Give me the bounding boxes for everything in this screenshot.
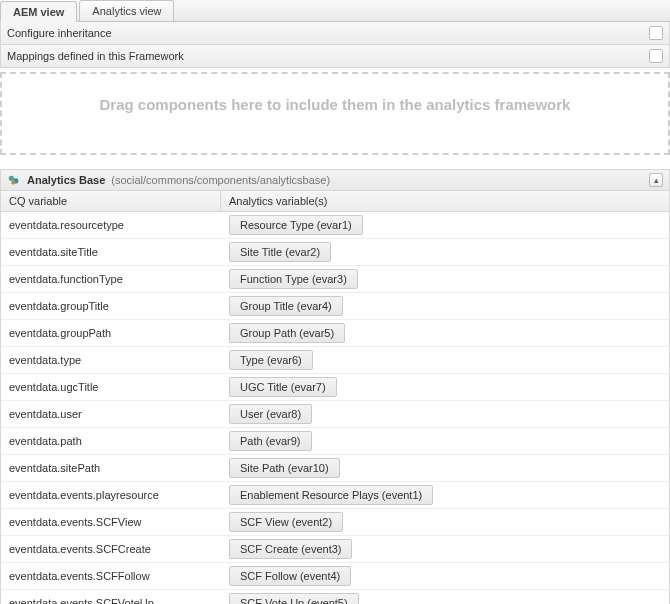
- analytics-variable-cell: Group Path (evar5): [221, 320, 669, 346]
- analytics-variable-chip[interactable]: UGC Title (evar7): [229, 377, 337, 397]
- analytics-variable-chip[interactable]: Resource Type (evar1): [229, 215, 363, 235]
- analytics-variable-cell: SCF View (event2): [221, 509, 669, 535]
- analytics-variable-chip[interactable]: SCF Follow (event4): [229, 566, 351, 586]
- table-row[interactable]: eventdata.events.SCFCreateSCF Create (ev…: [1, 536, 669, 563]
- cq-variable-cell: eventdata.user: [1, 405, 221, 423]
- analytics-variable-chip[interactable]: Function Type (evar3): [229, 269, 358, 289]
- table-row[interactable]: eventdata.sitePathSite Path (evar10): [1, 455, 669, 482]
- cq-variable-cell: eventdata.groupPath: [1, 324, 221, 342]
- cq-variable-cell: eventdata.path: [1, 432, 221, 450]
- dropzone-text: Drag components here to include them in …: [100, 96, 571, 113]
- analytics-variable-cell: UGC Title (evar7): [221, 374, 669, 400]
- cq-variable-cell: eventdata.siteTitle: [1, 243, 221, 261]
- cq-variable-cell: eventdata.ugcTitle: [1, 378, 221, 396]
- table-row[interactable]: eventdata.ugcTitleUGC Title (evar7): [1, 374, 669, 401]
- analytics-variable-cell: SCF Follow (event4): [221, 563, 669, 589]
- analytics-variable-chip[interactable]: User (evar8): [229, 404, 312, 424]
- table-row[interactable]: eventdata.events.SCFViewSCF View (event2…: [1, 509, 669, 536]
- table-row[interactable]: eventdata.events.SCFFollowSCF Follow (ev…: [1, 563, 669, 590]
- analytics-variable-cell: SCF Vote Up (event5): [221, 590, 669, 604]
- table-row[interactable]: eventdata.events.playresourceEnablement …: [1, 482, 669, 509]
- analytics-variable-chip[interactable]: Path (evar9): [229, 431, 312, 451]
- table-row[interactable]: eventdata.typeType (evar6): [1, 347, 669, 374]
- table-row[interactable]: eventdata.groupPathGroup Path (evar5): [1, 320, 669, 347]
- svg-point-0: [9, 176, 14, 181]
- component-dropzone[interactable]: Drag components here to include them in …: [0, 72, 670, 155]
- table-row[interactable]: eventdata.pathPath (evar9): [1, 428, 669, 455]
- component-icon: [7, 173, 21, 187]
- configure-inheritance-checkbox[interactable]: [649, 26, 663, 40]
- analytics-variable-cell: Enablement Resource Plays (event1): [221, 482, 669, 508]
- cq-variable-cell: eventdata.events.playresource: [1, 486, 221, 504]
- analytics-variable-chip[interactable]: SCF Create (event3): [229, 539, 352, 559]
- configure-inheritance-panel[interactable]: Configure inheritance: [0, 22, 670, 45]
- cq-variable-cell: eventdata.events.SCFCreate: [1, 540, 221, 558]
- analytics-variable-chip[interactable]: Site Title (evar2): [229, 242, 331, 262]
- mappings-panel[interactable]: Mappings defined in this Framework: [0, 45, 670, 68]
- mappings-label: Mappings defined in this Framework: [7, 50, 184, 62]
- collapse-toggle-icon[interactable]: ▴: [649, 173, 663, 187]
- table-row[interactable]: eventdata.functionTypeFunction Type (eva…: [1, 266, 669, 293]
- header-analytics-variables[interactable]: Analytics variable(s): [221, 191, 669, 211]
- cq-variable-cell: eventdata.groupTitle: [1, 297, 221, 315]
- analytics-variable-chip[interactable]: Enablement Resource Plays (event1): [229, 485, 433, 505]
- table-row[interactable]: eventdata.resourcetypeResource Type (eva…: [1, 212, 669, 239]
- tab-analytics-view[interactable]: Analytics view: [79, 0, 174, 21]
- analytics-variable-chip[interactable]: Site Path (evar10): [229, 458, 340, 478]
- cq-variable-cell: eventdata.functionType: [1, 270, 221, 288]
- cq-variable-cell: eventdata.sitePath: [1, 459, 221, 477]
- section-path: (social/commons/components/analyticsbase…: [111, 174, 330, 186]
- analytics-variable-chip[interactable]: SCF Vote Up (event5): [229, 593, 359, 604]
- table-row[interactable]: eventdata.groupTitleGroup Title (evar4): [1, 293, 669, 320]
- analytics-variable-cell: Group Title (evar4): [221, 293, 669, 319]
- analytics-variable-cell: Site Title (evar2): [221, 239, 669, 265]
- analytics-variable-cell: SCF Create (event3): [221, 536, 669, 562]
- cq-variable-cell: eventdata.events.SCFFollow: [1, 567, 221, 585]
- analytics-variable-cell: Path (evar9): [221, 428, 669, 454]
- mapping-table: CQ variable Analytics variable(s) eventd…: [0, 191, 670, 604]
- analytics-variable-chip[interactable]: Type (evar6): [229, 350, 313, 370]
- analytics-variable-chip[interactable]: Group Title (evar4): [229, 296, 343, 316]
- table-header: CQ variable Analytics variable(s): [1, 191, 669, 212]
- analytics-variable-cell: Resource Type (evar1): [221, 212, 669, 238]
- analytics-base-header[interactable]: Analytics Base (social/commons/component…: [0, 169, 670, 191]
- header-cq-variable[interactable]: CQ variable: [1, 191, 221, 211]
- analytics-variable-cell: Function Type (evar3): [221, 266, 669, 292]
- section-title: Analytics Base: [27, 174, 105, 186]
- analytics-variable-cell: Site Path (evar10): [221, 455, 669, 481]
- cq-variable-cell: eventdata.resourcetype: [1, 216, 221, 234]
- table-row[interactable]: eventdata.events.SCFVoteUpSCF Vote Up (e…: [1, 590, 669, 604]
- tab-aem-view[interactable]: AEM view: [0, 1, 77, 22]
- cq-variable-cell: eventdata.events.SCFVoteUp: [1, 594, 221, 604]
- configure-inheritance-label: Configure inheritance: [7, 27, 112, 39]
- svg-point-2: [11, 181, 15, 185]
- table-row[interactable]: eventdata.siteTitleSite Title (evar2): [1, 239, 669, 266]
- analytics-variable-chip[interactable]: Group Path (evar5): [229, 323, 345, 343]
- analytics-variable-cell: Type (evar6): [221, 347, 669, 373]
- mappings-checkbox[interactable]: [649, 49, 663, 63]
- analytics-variable-chip[interactable]: SCF View (event2): [229, 512, 343, 532]
- view-tabs: AEM view Analytics view: [0, 0, 670, 22]
- cq-variable-cell: eventdata.type: [1, 351, 221, 369]
- cq-variable-cell: eventdata.events.SCFView: [1, 513, 221, 531]
- analytics-variable-cell: User (evar8): [221, 401, 669, 427]
- table-row[interactable]: eventdata.userUser (evar8): [1, 401, 669, 428]
